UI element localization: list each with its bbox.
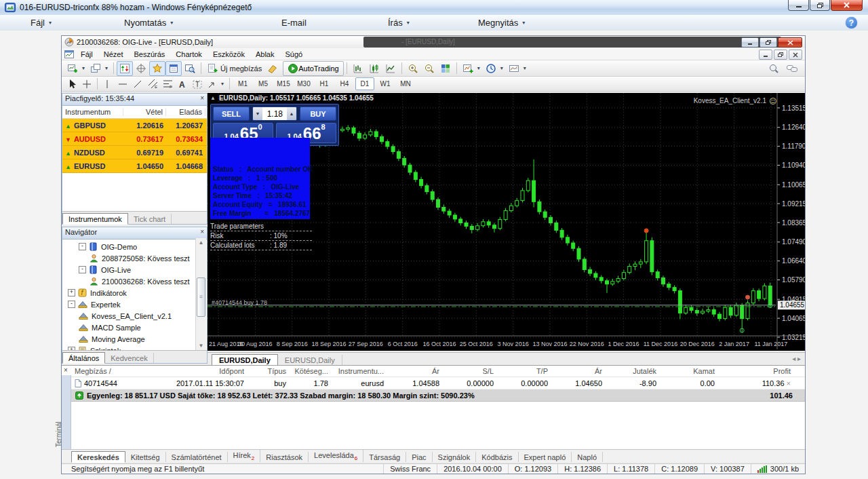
volume-increase-button[interactable]: ▲ <box>287 107 296 120</box>
volume-decrease-button[interactable]: ▼ <box>253 107 262 120</box>
mt4-menu-item[interactable]: Beszúrás <box>128 50 170 58</box>
mt4-close-button[interactable] <box>778 37 802 47</box>
tile-windows-button[interactable] <box>437 61 454 76</box>
strategy-tester-button[interactable] <box>182 61 198 76</box>
crosshair-tool-button[interactable] <box>79 77 94 92</box>
timeframe-m30[interactable]: M30 <box>294 77 313 90</box>
market-watch-row[interactable]: ▲NZDUSD0.697190.69741 <box>62 146 207 159</box>
navigator-item-server[interactable]: -OIG-Demo <box>62 241 207 252</box>
zoom-out-button[interactable] <box>421 61 437 76</box>
chart-tab[interactable]: EURUSD,Daily <box>278 355 342 365</box>
navigator-item-expert[interactable]: MACD Sample <box>62 322 207 333</box>
terminal-tab-társaság[interactable]: Társaság <box>363 452 406 462</box>
mt4-menu-item[interactable]: Nézet <box>98 50 129 58</box>
navigator-item-server[interactable]: -OIG-Live <box>62 264 207 275</box>
terminal-close-icon[interactable]: × <box>64 366 68 374</box>
mt4-minimize-button[interactable] <box>741 37 759 47</box>
mt4-menu-item[interactable]: Eszközök <box>208 50 250 58</box>
profiles-button[interactable]: ▾ <box>87 61 111 76</box>
candle-chart-button[interactable] <box>366 61 382 76</box>
pv-menu-item[interactable]: E-mail <box>281 18 307 28</box>
scroll-up-icon[interactable]: ▲ <box>196 238 206 248</box>
channel-button[interactable]: E <box>145 77 160 92</box>
market-watch-toggle[interactable] <box>117 61 133 76</box>
terminal-tab-hírek[interactable]: Hírek2 <box>228 450 261 462</box>
navigator-tab[interactable]: Általános <box>62 352 105 364</box>
fibonacci-button[interactable]: F <box>160 77 175 92</box>
horizontal-line-button[interactable] <box>115 77 130 92</box>
navigator-header[interactable]: Navigátor × <box>62 227 207 240</box>
market-watch-header[interactable]: Piacfigyelő: 15:35:44 × <box>62 94 207 106</box>
search-button[interactable] <box>766 61 782 76</box>
child-close-button[interactable] <box>789 50 802 60</box>
navigator-scrollbar[interactable]: ▲ ≡ ▼ <box>195 238 206 351</box>
timeframe-m1[interactable]: M1 <box>233 77 252 90</box>
market-watch-tab[interactable]: Tick chart <box>128 214 172 224</box>
terminal-tab-napló[interactable]: Napló <box>572 452 603 462</box>
close-icon[interactable]: × <box>200 228 204 236</box>
timeframe-m5[interactable]: M5 <box>254 77 273 90</box>
market-watch-column-header[interactable]: Vétel <box>123 108 166 116</box>
timeframe-h4[interactable]: H4 <box>335 77 354 90</box>
child-restore-button[interactable] <box>774 50 787 60</box>
child-minimize-button[interactable] <box>759 50 772 60</box>
terminal-column-header[interactable]: Instrumentu... <box>332 367 387 375</box>
data-window-button[interactable] <box>165 61 182 76</box>
timeframe-m15[interactable]: M15 <box>274 77 293 90</box>
autotrading-button[interactable]: AutoTrading <box>283 61 344 76</box>
terminal-tab-kitettség[interactable]: Kitettség <box>125 452 166 462</box>
terminal-tab-piac[interactable]: Piac <box>406 452 432 462</box>
chat-button[interactable] <box>783 61 801 76</box>
collapse-icon[interactable]: - <box>79 243 86 250</box>
navigator-item-account[interactable]: 2088725058: Kövess teszt <box>62 252 207 264</box>
close-order-icon[interactable]: × <box>785 379 791 387</box>
navigator-item-account[interactable]: 2100036268: Kövess teszt <box>62 275 207 287</box>
navigator-item-expert[interactable]: Moving Average <box>62 333 207 345</box>
terminal-column-header[interactable]: Típus <box>248 367 290 375</box>
terminal-column-header[interactable]: Jutalék <box>606 367 660 375</box>
market-watch-column-header[interactable]: Eladás <box>166 108 205 116</box>
terminal-tab-számlatörténet[interactable]: Számlatörténet <box>166 452 228 462</box>
trendline-button[interactable] <box>130 77 145 92</box>
cursor-button[interactable] <box>64 77 79 92</box>
mt4-menu-item[interactable]: Fájl <box>75 50 98 58</box>
navigator-tab[interactable]: Kedvencek <box>105 353 153 363</box>
periods-button[interactable]: ▾ <box>483 61 506 76</box>
sell-button[interactable]: SELL <box>213 107 250 121</box>
market-watch-column-header[interactable]: Instrumentum <box>62 108 123 116</box>
close-button[interactable] <box>831 0 863 11</box>
terminal-column-header[interactable]: Időpont <box>147 367 248 375</box>
terminal-tab-szignálok[interactable]: Szignálok <box>433 452 477 462</box>
expand-icon[interactable]: + <box>68 289 75 296</box>
collapse-icon[interactable]: - <box>79 266 86 273</box>
zoom-in-button[interactable] <box>405 61 421 76</box>
terminal-column-header[interactable]: Kamat <box>660 367 718 375</box>
pv-menu-item[interactable]: Nyomtatás▾ <box>124 18 173 28</box>
timeframe-mn[interactable]: MN <box>396 77 415 90</box>
minimize-button[interactable] <box>788 0 809 11</box>
restore-button[interactable] <box>810 0 830 11</box>
buy-button[interactable]: BUY <box>300 107 336 121</box>
terminal-column-header[interactable]: Kötéseg... <box>290 367 332 375</box>
indicators-button[interactable]: ▾ <box>460 61 483 76</box>
terminal-column-header[interactable]: Profit <box>718 367 794 375</box>
chart-tab[interactable]: EURUSD,Daily <box>212 354 278 366</box>
pv-menu-item[interactable]: Fájl▾ <box>31 18 52 28</box>
vertical-line-button[interactable] <box>100 77 115 92</box>
collapse-icon[interactable]: ▲ <box>210 95 216 101</box>
favorites-button[interactable] <box>149 61 165 76</box>
terminal-tab-kódbázis[interactable]: Kódbázis <box>476 452 518 462</box>
terminal-tab-riasztások[interactable]: Riasztások <box>260 452 309 462</box>
collapse-icon[interactable]: - <box>68 301 75 308</box>
terminal-column-header[interactable]: Ár <box>551 367 606 375</box>
terminal-column-header[interactable]: Megbízás / <box>71 367 147 375</box>
crosshair-button[interactable] <box>133 61 149 76</box>
text-label-button[interactable]: T <box>190 77 205 92</box>
timeframe-d1[interactable]: D1 <box>355 77 374 90</box>
volume-value[interactable]: 1.18 <box>262 107 287 120</box>
pv-menu-item[interactable]: Írás▾ <box>388 18 410 28</box>
tab-scroll-icons[interactable]: ◂ ▸ <box>792 355 801 362</box>
terminal-tab-levelesláda[interactable]: Levelesláda6 <box>309 450 363 462</box>
mt4-menu-item[interactable]: Chartok <box>170 50 208 58</box>
order-row[interactable]: 407145442017.01.11 15:30:07buy1.78eurusd… <box>71 377 805 389</box>
